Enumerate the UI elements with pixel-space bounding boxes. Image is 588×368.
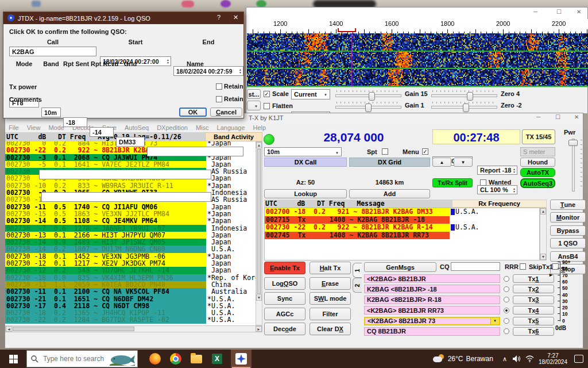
agcc-button[interactable]: AGCc: [264, 308, 305, 320]
swl-mode-button[interactable]: SWL mode: [310, 292, 351, 305]
firefox-icon[interactable]: [148, 352, 162, 366]
1-qso-button[interactable]: 1 QSO: [550, 238, 586, 248]
tx-2-button[interactable]: Tx 2: [513, 285, 554, 293]
decode-row[interactable]: 002730 -11 0.5 1740 ~ CQ JI1AFU QM06 Jap…: [5, 204, 256, 210]
close-icon[interactable]: ✕: [233, 14, 238, 21]
menu-file[interactable]: File: [9, 124, 19, 131]
menu-checkbox[interactable]: [422, 148, 428, 155]
menu-misc[interactable]: Misc: [196, 124, 209, 131]
sync-button[interactable]: Sync: [264, 292, 305, 305]
monitor-button[interactable]: Monitor: [550, 212, 586, 223]
clear-dx-button[interactable]: Clear DX: [310, 323, 351, 335]
tx-power-field[interactable]: [39, 170, 211, 179]
close-icon[interactable]: ✕: [577, 9, 581, 15]
tx-4-button[interactable]: Tx 4: [513, 306, 554, 315]
minimize-icon[interactable]: ─: [533, 9, 537, 15]
freq-up-button[interactable]: ▲: [432, 158, 451, 167]
lookup-button[interactable]: Lookup: [264, 189, 347, 198]
tx-select-radio[interactable]: [504, 286, 509, 292]
palette-combo-stub[interactable]: [247, 101, 261, 110]
speaker-icon[interactable]: [513, 355, 521, 362]
scroll-down-icon[interactable]: ▼: [256, 294, 262, 301]
tx-cycle-button[interactable]: TX 15/45: [522, 129, 555, 144]
halt-tx-button[interactable]: Halt Tx: [310, 262, 351, 274]
tx-select-radio[interactable]: [504, 328, 509, 334]
bypass-button[interactable]: Bypass: [550, 225, 586, 236]
autotx-button[interactable]: AutoTX: [520, 168, 555, 177]
wanted-checkbox[interactable]: [480, 179, 486, 186]
tx-5-button[interactable]: Tx 5: [513, 317, 554, 325]
tx-message-field[interactable]: <K2BAG> 8B21BJR: [364, 274, 500, 283]
autoseq-button[interactable]: AutoSeq3: [520, 178, 555, 188]
decode-row[interactable]: 002730 -14 0.2 1807 ~ DU1JM N6DNG CN80 U…: [5, 246, 256, 252]
pwr-slider[interactable]: [567, 139, 578, 190]
scroll-up-icon[interactable]: ▲: [540, 208, 546, 214]
start-button[interactable]: [0, 350, 26, 368]
close-icon[interactable]: ✕: [574, 114, 579, 120]
decode-row[interactable]: 002745 Tx 1408 ~ K2BAG 8B21BJR RR73: [265, 232, 539, 240]
menu-help[interactable]: Help: [253, 124, 266, 131]
hound-button[interactable]: Hound: [520, 158, 555, 167]
palette-combo[interactable]: Current: [291, 89, 330, 99]
message-tab-2[interactable]: 2: [353, 278, 362, 293]
file-explorer-icon[interactable]: [189, 352, 203, 366]
excel-icon[interactable]: X: [210, 352, 224, 366]
chrome-icon[interactable]: [169, 352, 183, 366]
decode-row[interactable]: 002730 -17 0.4 2118 ~ CQ N6DT CM98*U.S.A…: [5, 302, 256, 309]
wifi-icon[interactable]: [525, 355, 534, 362]
tx-power-retain-checkbox[interactable]: [216, 83, 222, 90]
txrx-split-button[interactable]: Tx/Rx Split: [432, 178, 473, 187]
tx-select-radio[interactable]: [504, 297, 509, 302]
decode-row[interactable]: 002730 -22 0.2 1284 ~ BG7TDX RA5PTE -02*…: [5, 316, 256, 323]
tx-message-field[interactable]: <K2BAG> 8B21BJR 73▼: [364, 317, 500, 325]
search-input[interactable]: [42, 354, 107, 363]
cancel-button[interactable]: Cancel: [210, 108, 242, 117]
dropdown-arrow-icon[interactable]: ▼: [490, 318, 499, 324]
pwr-slider-handle[interactable]: [568, 140, 578, 146]
enable-tx-button[interactable]: Enable Tx: [264, 262, 305, 274]
gain-top-slider[interactable]: [335, 90, 401, 99]
minimize-icon[interactable]: ─: [536, 114, 540, 120]
dialog-titlebar[interactable]: JTDX - ig-name=8B21BJR v2.2.159 - Log QS…: [3, 12, 243, 24]
decode-row[interactable]: 002730 -10 0.2 833 ~ WB9RAS JR3UIC R-11*…: [5, 182, 256, 189]
maximize-icon[interactable]: ☐: [556, 9, 562, 15]
fast-button[interactable]: st...: [247, 89, 261, 99]
name-field[interactable]: [147, 147, 243, 156]
decode-row[interactable]: 002715 Tx 1408 ~ K2BAG 8B21BJR -18: [265, 216, 539, 224]
decode-row[interactable]: 002730 -12 0.1 1217 ~ XE2V JK3DGX PM74 J…: [5, 260, 256, 267]
tx-select-radio[interactable]: [504, 276, 509, 282]
scroll-left-icon[interactable]: ◄: [6, 326, 12, 332]
rpt-rcvd-field[interactable]: [90, 127, 114, 137]
menu-autoseq[interactable]: AutoSeq: [125, 124, 149, 131]
genmsgs-button[interactable]: GenMsgs: [364, 262, 436, 272]
rx-frequency-vscrollbar[interactable]: ▲ ▼: [540, 208, 547, 260]
gain-bottom-slider[interactable]: [335, 102, 401, 111]
freq-down-button[interactable]: ▼: [454, 158, 473, 167]
tx-6-button[interactable]: Tx 6: [513, 327, 554, 336]
call-field[interactable]: [9, 47, 96, 56]
zero-bottom-slider[interactable]: [431, 102, 497, 111]
band-activity-vscrollbar[interactable]: ▲ ▼: [256, 141, 262, 325]
erase-button[interactable]: Erase: [310, 277, 351, 290]
decode-row[interactable]: 002730 -14 0.9 1489 ~ HI3T JP1SWZ QM05 J…: [5, 239, 256, 246]
flatten-checkbox[interactable]: [264, 103, 270, 109]
menu-view[interactable]: View: [27, 124, 41, 131]
decode-row[interactable]: 002730 -13 1.1 2059 ~ K0IEA BD2CO PN48 C…: [5, 281, 256, 288]
scroll-up-icon[interactable]: ▲: [256, 142, 262, 148]
comments-field[interactable]: [41, 192, 211, 202]
maximize-icon[interactable]: ☐: [555, 114, 560, 120]
decode-row[interactable]: 002730 -21 0.1 1651 ~ CQ N6DBF DM42*U.S.…: [5, 296, 256, 302]
decode-row[interactable]: 002730 -18 0.1 1452 ~ VE3XN JG3PMB -06*J…: [5, 253, 256, 260]
decode-row[interactable]: 002730 -7 0.6 1278 ~ JA6NEJ YB9UI -07 In…: [5, 225, 256, 232]
decode-row[interactable]: 002730 -12 0.2 548 ~ YD7OHC JE7KHL -14 J…: [5, 267, 256, 274]
rrr-checkbox[interactable]: [520, 263, 526, 270]
band-combo[interactable]: 10m: [264, 147, 342, 156]
spt-checkbox[interactable]: [382, 148, 388, 155]
rpt-sent-field[interactable]: [63, 117, 87, 127]
add-button[interactable]: Add: [349, 189, 430, 198]
notification-icon[interactable]: [574, 355, 583, 363]
decode-row[interactable]: 002730 -13 0.1 2166 ~ HI3T JH7PYU QM07 J…: [5, 232, 256, 239]
wide-graph-titlebar[interactable]: ─ ☐ ✕: [246, 7, 587, 19]
jtdx-taskbar-icon[interactable]: [231, 350, 252, 368]
weather-icon[interactable]: [433, 354, 446, 363]
